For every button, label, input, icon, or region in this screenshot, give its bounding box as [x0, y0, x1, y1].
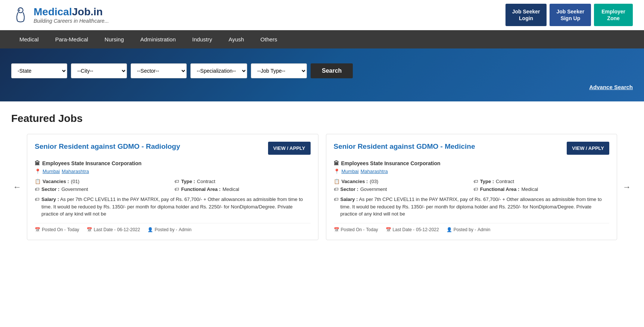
calendar-icon2: 📅	[87, 227, 92, 232]
page-header: MedicalJob.in Building Careers in Health…	[0, 0, 644, 30]
search-button[interactable]: Search	[311, 63, 353, 78]
salary-icon: 🏷	[35, 196, 40, 203]
advance-search-area: Advance Search	[11, 84, 633, 90]
city-link[interactable]: Mumbai	[342, 169, 359, 174]
job-footer: 📅 Posted On - Today 📅 Last Date - 06-12-…	[35, 223, 311, 232]
tag-icon: 🏷	[174, 179, 179, 184]
search-bar: -State --City-- --Sector-- --Specializat…	[11, 63, 633, 78]
location-line: 📍 Mumbai Maharashtra	[334, 169, 610, 174]
employer-name: 🏛 Employees State Insurance Corporation	[35, 160, 311, 166]
job-title: Senior Resident against GDMO - Medicine	[334, 142, 563, 152]
job-title: Senior Resident against GDMO - Radiology	[35, 142, 264, 152]
job-card-header: Senior Resident against GDMO - Radiology…	[35, 142, 311, 155]
vacancies-item: 📋 Vacancies : (03)	[334, 179, 470, 184]
location-line: 📍 Mumbai Maharashtra	[35, 169, 311, 174]
building-icon: 🏛	[35, 160, 40, 166]
vacancies-item: 📋 Vacancies : (01)	[35, 179, 171, 184]
header-buttons: Job SeekerLogin Job SeekerSign Up Employ…	[505, 4, 633, 26]
jobs-grid: Senior Resident against GDMO - Radiology…	[27, 134, 617, 240]
func-area-item: 🏷 Functional Area : Medical	[174, 186, 310, 192]
employer-zone-button[interactable]: EmployerZone	[594, 4, 633, 26]
specialization-select[interactable]: --Specialization--	[190, 63, 247, 78]
copy-icon: 📋	[334, 179, 340, 184]
sector-item: 🏷 Sector : Government	[334, 186, 470, 192]
job-card: Senior Resident against GDMO - Medicine …	[326, 134, 617, 240]
logo-area: MedicalJob.in Building Careers in Health…	[11, 6, 109, 24]
featured-title: Featured Jobs	[11, 113, 633, 125]
carousel-next-button[interactable]: →	[621, 180, 633, 194]
func-area-item: 🏷 Functional Area : Medical	[473, 186, 609, 192]
calendar-icon: 📅	[35, 227, 40, 232]
state-select[interactable]: -State	[11, 63, 67, 78]
featured-section: Featured Jobs ← Senior Resident against …	[0, 101, 644, 251]
view-apply-button[interactable]: VIEW / APPLY	[567, 142, 609, 155]
job-meta: 📋 Vacancies : (01) 🏷 Type : Contract 🏷 S…	[35, 179, 311, 192]
main-nav: Medical Para-Medical Nursing Administrat…	[0, 30, 644, 48]
posted-by-item: 👤 Posted by - Admin	[447, 227, 491, 232]
logo-tagline: Building Careers in Healthcare...	[34, 18, 109, 24]
tag-icon: 🏷	[473, 179, 478, 184]
calendar-icon: 📅	[334, 227, 339, 232]
nav-industry[interactable]: Industry	[184, 30, 220, 48]
nav-others[interactable]: Others	[252, 30, 286, 48]
job-card: Senior Resident against GDMO - Radiology…	[27, 134, 318, 240]
tag-icon3: 🏷	[174, 186, 179, 192]
copy-icon: 📋	[35, 179, 41, 184]
posted-on-item: 📅 Posted On - Today	[334, 227, 378, 232]
nav-nursing[interactable]: Nursing	[96, 30, 132, 48]
tag-icon2: 🏷	[35, 186, 40, 192]
logo-icon	[11, 6, 30, 24]
person-icon: 👤	[147, 227, 153, 232]
job-footer: 📅 Posted On - Today 📅 Last Date - 05-12-…	[334, 223, 610, 232]
nav-administration[interactable]: Administration	[132, 30, 184, 48]
view-apply-button[interactable]: VIEW / APPLY	[268, 142, 311, 155]
tag-icon2: 🏷	[334, 186, 339, 192]
type-item: 🏷 Type : Contract	[473, 179, 609, 184]
salary-line: 🏷 Salary : As per 7th CPC LEVEL11 in the…	[334, 196, 610, 218]
posted-by-item: 👤 Posted by - Admin	[147, 227, 192, 232]
calendar-icon2: 📅	[386, 227, 391, 232]
posted-on-item: 📅 Posted On - Today	[35, 227, 79, 232]
state-link[interactable]: Maharashtra	[361, 169, 388, 174]
job-meta: 📋 Vacancies : (03) 🏷 Type : Contract 🏷 S…	[334, 179, 610, 192]
nav-medical[interactable]: Medical	[11, 30, 47, 48]
last-date-item: 📅 Last Date - 05-12-2022	[386, 227, 439, 232]
person-icon: 👤	[447, 227, 452, 232]
advance-search-link[interactable]: Advance Search	[589, 84, 633, 90]
state-link[interactable]: Maharashtra	[62, 169, 89, 174]
type-item: 🏷 Type : Contract	[174, 179, 310, 184]
building-icon: 🏛	[334, 160, 339, 166]
salary-line: 🏷 Salary : As per 7th CPC LEVEL11 in the…	[35, 196, 311, 218]
job-seeker-login-button[interactable]: Job SeekerLogin	[505, 4, 547, 26]
tag-icon3: 🏷	[473, 186, 478, 192]
carousel-prev-button[interactable]: ←	[11, 180, 23, 194]
nav-para-medical[interactable]: Para-Medical	[47, 30, 96, 48]
sector-select[interactable]: --Sector--	[131, 63, 187, 78]
last-date-item: 📅 Last Date - 06-12-2022	[87, 227, 140, 232]
city-link[interactable]: Mumbai	[43, 169, 60, 174]
jobtype-select[interactable]: --Job Type--	[251, 63, 307, 78]
pin-icon: 📍	[334, 169, 340, 174]
city-select[interactable]: --City--	[71, 63, 127, 78]
employer-name: 🏛 Employees State Insurance Corporation	[334, 160, 610, 166]
pin-icon: 📍	[35, 169, 41, 174]
hero-section: -State --City-- --Sector-- --Specializat…	[0, 48, 644, 101]
jobs-carousel: ← Senior Resident against GDMO - Radiolo…	[11, 134, 633, 240]
salary-icon: 🏷	[334, 196, 339, 203]
logo-text-area: MedicalJob.in Building Careers in Health…	[34, 6, 109, 24]
logo-name: MedicalJob.in	[34, 6, 109, 18]
sector-item: 🏷 Sector : Government	[35, 186, 171, 192]
job-card-header: Senior Resident against GDMO - Medicine …	[334, 142, 610, 155]
nav-ayush[interactable]: Ayush	[220, 30, 252, 48]
job-seeker-signup-button[interactable]: Job SeekerSign Up	[550, 4, 591, 26]
